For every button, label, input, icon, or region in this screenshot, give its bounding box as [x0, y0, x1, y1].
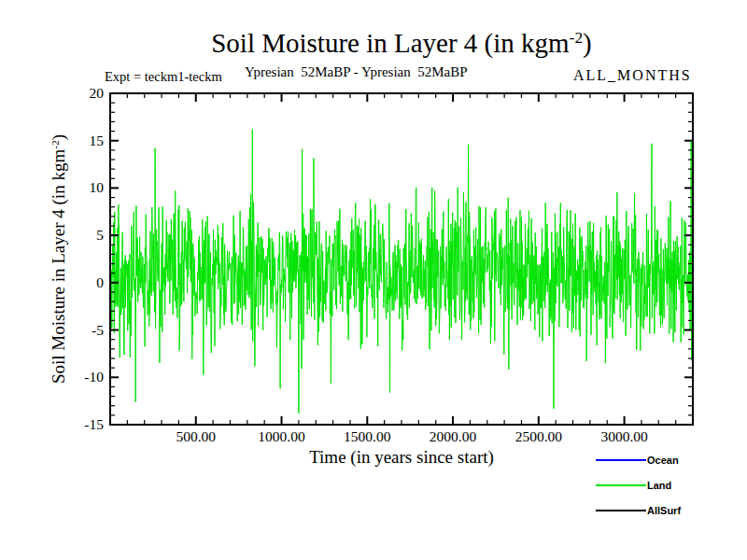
x-tick-label: 500.00	[176, 428, 216, 445]
x-tick-label: 2000.00	[430, 428, 476, 445]
y-axis-title: Soil Moisture in Layer 4 (in kgm-2)	[49, 93, 69, 425]
x-tick-label: 3000.00	[600, 428, 647, 445]
legend-label-allsurf: AllSurf	[647, 505, 681, 516]
chart-canvas: Soil Moisture in Layer 4 (in kgm-2) Expt…	[0, 0, 747, 560]
legend-item-allsurf: AllSurf	[596, 504, 681, 517]
x-tick-label: 2500.00	[515, 428, 562, 445]
legend-label-land: Land	[647, 480, 671, 491]
plot-area	[0, 0, 747, 560]
y-axis-title-superscript: -2	[49, 140, 61, 149]
land-series-line	[110, 130, 693, 413]
y-axis-title-text: Soil Moisture in Layer 4 (in kgm	[49, 149, 68, 384]
legend-item-ocean: Ocean	[596, 454, 679, 467]
legend-label-ocean: Ocean	[647, 455, 679, 466]
x-tick-label: 1500.00	[344, 428, 390, 445]
legend-item-land: Land	[596, 479, 671, 492]
ocean-line-swatch	[596, 459, 646, 461]
allsurf-line-swatch	[596, 510, 646, 511]
land-line-swatch	[596, 484, 646, 486]
x-tick-label: 1000.00	[258, 428, 304, 445]
